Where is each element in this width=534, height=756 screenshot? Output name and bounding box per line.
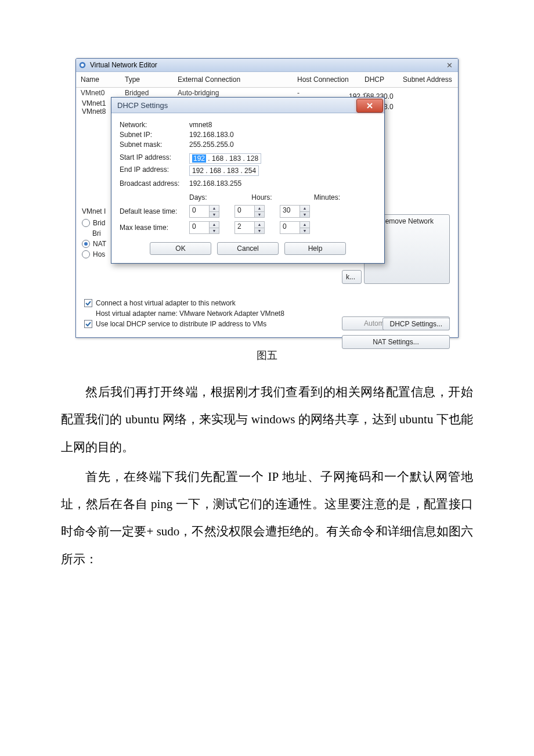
lbl-days: Days:: [189, 193, 251, 201]
dhcp-titlebar: DHCP Settings: [111, 98, 384, 113]
figure-caption: 图五: [0, 348, 534, 362]
checkbox-host-adapter[interactable]: Connect a host virtual adapter to this n…: [84, 299, 450, 307]
dhcp-button-row: OK Cancel Help: [120, 242, 376, 255]
start-ip-hl: 192: [192, 154, 206, 163]
radio-bridged-label: Brid: [93, 219, 105, 227]
val: 2: [235, 222, 254, 233]
dhcp-close-button[interactable]: [356, 99, 383, 113]
up-icon[interactable]: ▲: [255, 206, 264, 211]
col-name[interactable]: Name: [76, 72, 120, 87]
lbl-network: Network:: [120, 121, 189, 129]
radio-bri-label: Bri: [92, 229, 101, 237]
close-icon[interactable]: ✕: [443, 60, 456, 70]
main-titlebar: Virtual Network Editor ✕: [76, 59, 458, 72]
article-body: 然后我们再打开终端，根据刚才我们查看到的相关网络配置信息，开始配置我们的 ubu…: [61, 379, 473, 573]
screenshot: Virtual Network Editor ✕ Name Type Exter…: [75, 58, 459, 338]
radio-host-only[interactable]: Hos: [82, 250, 106, 258]
dhcp-dialog: DHCP Settings Network:vmnet8 Subnet IP:1…: [111, 97, 385, 264]
val: 30: [280, 206, 300, 217]
down-icon[interactable]: ▼: [255, 228, 264, 234]
radio-nat[interactable]: NAT: [82, 240, 106, 248]
lbl-subnet-mask: Subnet mask:: [120, 141, 189, 149]
end-ip-input[interactable]: 192 . 168 . 183 . 254: [189, 165, 259, 176]
peek-vmnet-i: VMnet I: [82, 207, 106, 215]
col-host[interactable]: Host Connection: [293, 72, 360, 87]
dhcp-settings-button[interactable]: DHCP Settings...: [383, 318, 450, 330]
col-sub[interactable]: Subnet Address: [398, 72, 458, 87]
lbl-hours: Hours:: [251, 193, 313, 201]
lbl-default-lease: Default lease time:: [120, 207, 189, 215]
max-lease-row: Max lease time: 0▲▼ 2▲▼ 0▲▼: [120, 221, 376, 234]
down-icon[interactable]: ▼: [255, 211, 264, 218]
default-days-stepper[interactable]: 0▲▼: [189, 205, 219, 218]
lease-col-headers: Days: Hours: Minutes:: [120, 193, 376, 201]
col-ext[interactable]: External Connection: [173, 72, 293, 87]
k-stub-button[interactable]: k...: [342, 270, 362, 284]
radio-bridged[interactable]: Brid: [82, 219, 106, 227]
max-days-stepper[interactable]: 0▲▼: [189, 221, 219, 234]
down-icon[interactable]: ▼: [300, 211, 309, 218]
val: 0: [280, 222, 300, 233]
peek-vmnet1: VMnet1: [82, 99, 106, 107]
lbl-start-ip: Start IP address:: [120, 153, 189, 164]
default-hours-stepper[interactable]: 0▲▼: [234, 205, 265, 218]
down-icon[interactable]: ▼: [210, 228, 219, 234]
default-lease-row: Default lease time: 0▲▼ 0▲▼ 30▲▼: [120, 205, 376, 218]
paragraph-1: 然后我们再打开终端，根据刚才我们查看到的相关网络配置信息，开始配置我们的 ubu…: [61, 379, 473, 461]
up-icon[interactable]: ▲: [210, 222, 219, 228]
checkbox-mark: [84, 299, 92, 307]
dhcp-body: Network:vmnet8 Subnet IP:192.168.183.0 S…: [111, 113, 384, 263]
start-ip-rest: . 168 . 183 . 128: [206, 154, 258, 163]
svg-point-1: [81, 63, 84, 66]
val-network: vmnet8: [189, 121, 212, 129]
max-minutes-stepper[interactable]: 0▲▼: [280, 221, 310, 234]
help-button[interactable]: Help: [284, 242, 346, 255]
lbl-max-lease: Max lease time:: [120, 224, 189, 232]
val: 0: [190, 222, 209, 233]
col-type[interactable]: Type: [120, 72, 173, 87]
ok-button[interactable]: OK: [150, 242, 211, 255]
val: 0: [235, 206, 254, 217]
dhcp-title: DHCP Settings: [117, 101, 356, 110]
down-icon[interactable]: ▼: [210, 211, 219, 218]
down-icon[interactable]: ▼: [300, 228, 309, 234]
up-icon[interactable]: ▲: [300, 206, 309, 211]
peek-vmnet8: VMnet8: [82, 107, 106, 116]
app-icon: [78, 61, 86, 69]
lbl-broadcast: Broadcast address:: [120, 179, 189, 188]
cancel-button[interactable]: Cancel: [217, 242, 279, 255]
val-subnet-ip: 192.168.183.0: [189, 131, 234, 139]
below-network-options: Connect a host virtual adapter to this n…: [84, 299, 450, 330]
max-hours-stepper[interactable]: 2▲▼: [234, 221, 265, 234]
window-title: Virtual Network Editor: [90, 61, 443, 69]
lbl-end-ip: End IP address:: [120, 165, 189, 176]
paragraph-2: 首先，在终端下我们先配置一个 IP 地址、子网掩码和一个默认网管地址，然后在各自…: [61, 463, 473, 573]
page-root: Virtual Network Editor ✕ Name Type Exter…: [0, 0, 534, 633]
radio-nat-label: NAT: [93, 240, 106, 248]
radio-hos-label: Hos: [93, 250, 105, 258]
checkbox-host-adapter-label: Connect a host virtual adapter to this n…: [96, 299, 236, 307]
peek-left: VMnet I Brid Bri NAT Hos: [82, 207, 106, 261]
up-icon[interactable]: ▲: [300, 222, 309, 228]
main-window: Virtual Network Editor ✕ Name Type Exter…: [75, 58, 459, 338]
start-ip-input[interactable]: 192 . 168 . 183 . 128: [189, 153, 261, 164]
default-minutes-stepper[interactable]: 30▲▼: [280, 205, 310, 218]
col-dhcp[interactable]: DHCP: [360, 72, 398, 87]
checkbox-local-dhcp[interactable]: Use local DHCP service to distribute IP …: [84, 320, 266, 328]
checkbox-mark: [84, 320, 92, 328]
up-icon[interactable]: ▲: [255, 222, 264, 228]
checkbox-local-dhcp-label: Use local DHCP service to distribute IP …: [96, 320, 266, 328]
peek-rownames: VMnet1 VMnet8: [82, 99, 106, 116]
val-broadcast: 192.168.183.255: [189, 179, 241, 188]
lbl-subnet-ip: Subnet IP:: [120, 131, 189, 139]
up-icon[interactable]: ▲: [210, 206, 219, 211]
val: 0: [190, 206, 209, 217]
lbl-minutes: Minutes:: [314, 193, 376, 201]
radio-bri: Bri: [92, 229, 106, 237]
val-subnet-mask: 255.255.255.0: [189, 141, 234, 149]
table-header: Name Type External Connection Host Conne…: [76, 72, 458, 88]
host-adapter-name: Host virtual adapter name: VMware Networ…: [96, 309, 450, 318]
